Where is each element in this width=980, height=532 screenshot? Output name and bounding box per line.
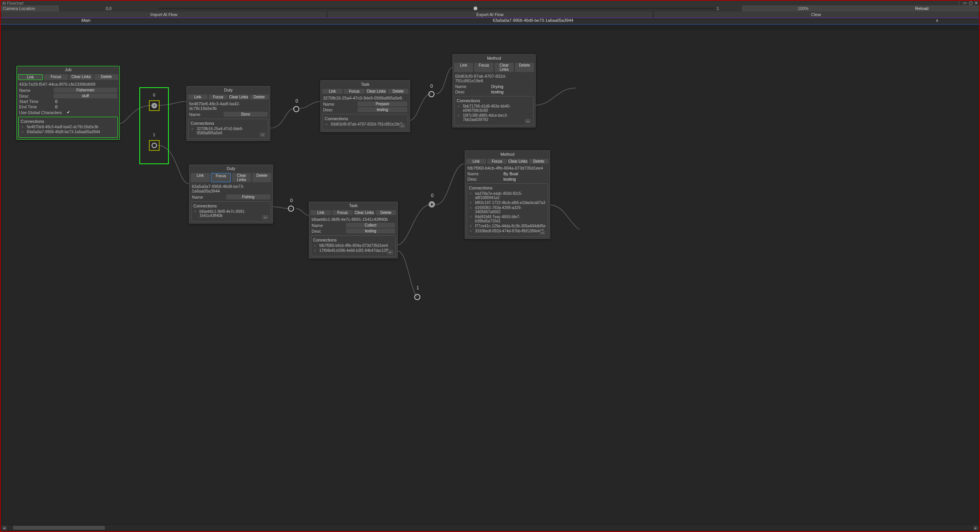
duty1-conn-0[interactable]: 3270fb16-25a4-47c0-9de9-0588a885a5e6 (191, 126, 266, 135)
task1-node[interactable]: Task Link Focus Clear Links Delete 3270f… (320, 80, 410, 132)
job-conn-title: Connections (21, 118, 116, 124)
method2-conn-4[interactable]: f77ce41c-129a-44da-8c3b-305a404dbf5e (469, 224, 546, 228)
minimize-icon[interactable]: ▭ (963, 1, 967, 5)
zoom-percent[interactable]: 100% (742, 5, 864, 11)
duty1-name-value[interactable]: Store (224, 112, 268, 117)
method1-minus-button[interactable]: – (525, 119, 531, 124)
duty1-port[interactable] (293, 106, 299, 112)
job-link-button[interactable]: Link (18, 74, 43, 80)
task1-port[interactable] (428, 91, 434, 97)
duty2-focus-button[interactable]: Focus (211, 173, 231, 182)
method2-link-button[interactable]: Link (466, 159, 486, 164)
job-conn-1[interactable]: 63a5a0a7-9958-46d9-be73-1a6aa05a3944 (21, 129, 116, 134)
duty1-clearlinks-button[interactable]: Clear Links (229, 95, 248, 100)
method2-conn-0[interactable]: ea378a7e-eadc-403d-82c5-a8f1088941a2 (469, 191, 546, 200)
flow-canvas[interactable]: Job Link Focus Clear Links Delete 433c7e… (2, 31, 978, 524)
job-delete-button[interactable]: Delete (94, 74, 118, 80)
method2-node[interactable]: Method Link Focus Clear Links Delete fdb… (465, 150, 550, 239)
duty1-link-button[interactable]: Link (188, 95, 207, 100)
duty2-port[interactable] (288, 206, 294, 212)
context-menu-icon[interactable]: ⋮ (957, 1, 961, 5)
duty2-name-value[interactable]: Fishing (226, 194, 270, 199)
task1-minus-button[interactable]: – (399, 124, 405, 128)
job-useg-check[interactable]: ✔ (65, 110, 117, 115)
method1-conn-0[interactable]: 5bb71796-d1d8-463e-bb40-e046758c5c60 (457, 104, 531, 113)
reload-button[interactable]: Reload (864, 5, 979, 11)
task1-desc-value[interactable]: testing (358, 107, 407, 112)
method2-minus-button[interactable]: – (539, 230, 546, 235)
method2-delete-button[interactable]: Delete (529, 159, 549, 164)
job-name-value[interactable]: Fishermen (54, 88, 117, 93)
job-desc-value[interactable]: stuff (54, 93, 117, 98)
task1-conn-0[interactable]: 03d63cf0-87ab-4707-832d-791c881e19e8 (325, 122, 406, 127)
job-clearlinks-button[interactable]: Clear Links (69, 74, 93, 80)
task2-clearlinks-button[interactable]: Clear Links (354, 210, 375, 215)
method2-desc-value[interactable]: testing (502, 177, 547, 181)
task2-focus-button[interactable]: Focus (332, 210, 353, 215)
method1-link-button[interactable]: Link (454, 63, 473, 72)
task2-port-bot[interactable] (414, 294, 420, 300)
duty1-focus-button[interactable]: Focus (209, 95, 228, 100)
method1-conn-1[interactable]: 10f7c38f-d985-4dce-bec3-7bb2aa039792 (457, 113, 531, 122)
close-window-icon[interactable]: ✕ (975, 1, 978, 5)
scroll-right-icon[interactable]: ▸ (973, 525, 978, 530)
duty2-link-button[interactable]: Link (191, 173, 210, 182)
method2-conn-1[interactable]: bf83c197-1722-4bcb-afb5-e2dacbca07a3 (469, 200, 546, 205)
clear-button[interactable]: Clear (653, 11, 979, 18)
job-focus-button[interactable]: Focus (44, 74, 68, 80)
method1-focus-button[interactable]: Focus (474, 63, 493, 72)
task1-delete-button[interactable]: Delete (388, 89, 408, 94)
job-conn-0[interactable]: 5e4870e8-48c3-4adf-ba42-dc78c18a5e3b (21, 124, 116, 129)
duty2-clearlinks-button[interactable]: Clear Links (232, 173, 251, 182)
duty2-delete-button[interactable]: Delete (252, 173, 271, 182)
task2-link-button[interactable]: Link (310, 210, 331, 215)
method2-conn-title: Connections (469, 185, 546, 191)
ordinal-node[interactable]: 0 1 (139, 87, 169, 164)
method1-name-value[interactable]: Drying (490, 84, 533, 89)
method2-conn-2[interactable]: d165f361-783a-4289-a329-3405567a5582 (469, 205, 546, 214)
task2-conn-1[interactable]: 17f04b45-b396-4e68-b3f2-84b47dac12f5 (313, 248, 394, 253)
maximize-icon[interactable]: ▢ (969, 1, 972, 5)
task1-link-button[interactable]: Link (322, 89, 343, 94)
duty1-delete-button[interactable]: Delete (250, 95, 269, 100)
duty1-minus-button[interactable]: – (260, 132, 266, 137)
duty2-minus-button[interactable]: – (262, 215, 268, 220)
task2-delete-button[interactable]: Delete (376, 210, 396, 215)
method1-desc-value[interactable]: testing (490, 90, 533, 94)
crumb-close[interactable]: x (895, 18, 979, 24)
task1-clearlinks-button[interactable]: Clear Links (366, 89, 387, 94)
task2-minus-button[interactable]: – (387, 250, 393, 255)
job-node[interactable]: Job Link Focus Clear Links Delete 433c7e… (16, 66, 120, 140)
scroll-left-icon[interactable]: ◂ (2, 525, 7, 530)
task2-name-value[interactable]: Collect (346, 223, 395, 228)
method2-clearlinks-button[interactable]: Clear Links (508, 159, 528, 164)
ord-top-port[interactable] (149, 100, 160, 111)
job-start-value[interactable]: 0 (54, 99, 117, 104)
import-button[interactable]: Import AI Flow (1, 11, 327, 18)
method2-port[interactable] (429, 201, 435, 207)
method1-node[interactable]: Method Link Focus Clear Links Delete 03d… (452, 54, 536, 127)
crumb-main[interactable]: Main (1, 18, 171, 24)
method2-name-value[interactable]: By Boat (502, 171, 547, 176)
horizontal-scrollbar[interactable]: ◂ ▸ (2, 525, 978, 530)
duty1-node[interactable]: Duty Link Focus Clear Links Delete 5e487… (186, 86, 270, 141)
method1-clearlinks-button[interactable]: Clear Links (495, 63, 514, 72)
method2-conn-5[interactable]: 31936edf-092d-474d-87bb-ffbf1288e448 (469, 228, 546, 233)
export-button[interactable]: Export AI Flow (327, 11, 653, 18)
job-end-value[interactable]: 0 (54, 104, 117, 109)
method1-delete-button[interactable]: Delete (515, 63, 534, 72)
task2-conn-0[interactable]: fdb7f060-b4cb-4ffe-804a-073d735d1ee4 (313, 243, 394, 248)
method2-focus-button[interactable]: Focus (487, 159, 507, 164)
task1-name-value[interactable]: Prepare (358, 101, 407, 106)
ord-bot-port[interactable] (149, 140, 160, 151)
scroll-thumb[interactable] (13, 526, 105, 530)
task2-node[interactable]: Task Link Focus Clear Links Delete b8aeb… (309, 202, 398, 258)
task2-desc-value[interactable]: testing (346, 228, 395, 233)
zoom-slider[interactable] (158, 5, 714, 11)
duty2-node[interactable]: Duty Link Focus Clear Links Delete 63a5a… (189, 165, 273, 224)
method2-conn-3[interactable]: 64d81b6f-7eac-4553-bfe7-b39ba5a715d1 (469, 214, 546, 224)
method1-id: 03d63cf0-87ab-4707-832d-791c881e19e8 (453, 73, 535, 84)
crumb-active[interactable]: 63a5a0a7-9958-46d9-be73-1a6aa05a3944 (171, 18, 895, 24)
duty2-conn-0[interactable]: b8aeb6c1-9bf8-4e7c-8691-1541c43ff40b (193, 209, 269, 218)
task1-focus-button[interactable]: Focus (344, 89, 364, 94)
